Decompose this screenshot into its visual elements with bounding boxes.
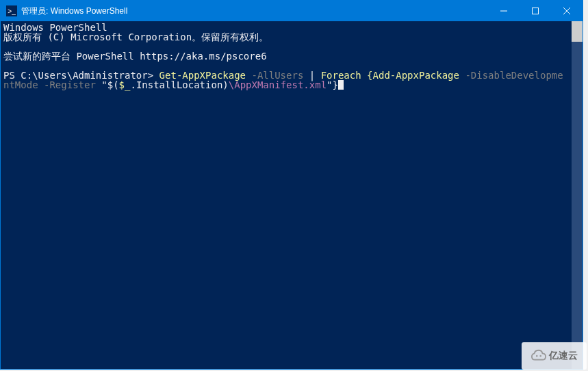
brace: } xyxy=(333,79,338,90)
svg-rect-1 xyxy=(533,8,539,14)
watermark: 亿速云 xyxy=(522,342,587,370)
brace: { xyxy=(367,70,372,81)
param: -Register xyxy=(44,79,96,90)
terminal-area: Windows PowerShell 版权所有 (C) Microsoft Co… xyxy=(1,21,583,369)
maximize-icon xyxy=(532,8,539,14)
dot-operator: . xyxy=(130,79,136,90)
tip-line: 尝试新的跨平台 PowerShell https://aka.ms/pscore… xyxy=(3,51,267,62)
svg-point-4 xyxy=(535,355,537,357)
string-literal: \AppXManifest.xml xyxy=(229,79,327,90)
quote: " xyxy=(101,79,107,90)
svg-point-5 xyxy=(539,355,541,357)
minimize-icon xyxy=(500,8,507,14)
terminal[interactable]: Windows PowerShell 版权所有 (C) Microsoft Co… xyxy=(1,21,572,369)
property: InstallLocation xyxy=(136,79,222,90)
quote: " xyxy=(327,79,332,90)
cursor xyxy=(338,80,344,90)
powershell-window: >_ 管理员: Windows PowerShell Windows Power… xyxy=(0,0,583,370)
close-icon xyxy=(563,8,570,14)
scrollbar-thumb[interactable] xyxy=(572,21,583,42)
titlebar[interactable]: >_ 管理员: Windows PowerShell xyxy=(1,1,583,21)
subexpr-open: $( xyxy=(107,79,119,90)
window-title: 管理员: Windows PowerShell xyxy=(21,5,488,17)
copyright-line: 版权所有 (C) Microsoft Corporation。保留所有权利。 xyxy=(3,31,268,42)
cmdlet: Add-AppxPackage xyxy=(373,70,459,81)
vertical-scrollbar[interactable] xyxy=(572,21,583,369)
cloud-icon xyxy=(531,348,546,363)
maximize-button[interactable] xyxy=(520,1,551,21)
close-paren: ) xyxy=(222,79,228,90)
variable: $_ xyxy=(119,79,131,90)
window-controls xyxy=(488,1,583,21)
minimize-button[interactable] xyxy=(488,1,520,21)
close-button[interactable] xyxy=(551,1,583,21)
watermark-text: 亿速云 xyxy=(549,350,578,362)
app-icon: >_ xyxy=(6,5,17,16)
app-icon-glyph: >_ xyxy=(8,8,15,15)
